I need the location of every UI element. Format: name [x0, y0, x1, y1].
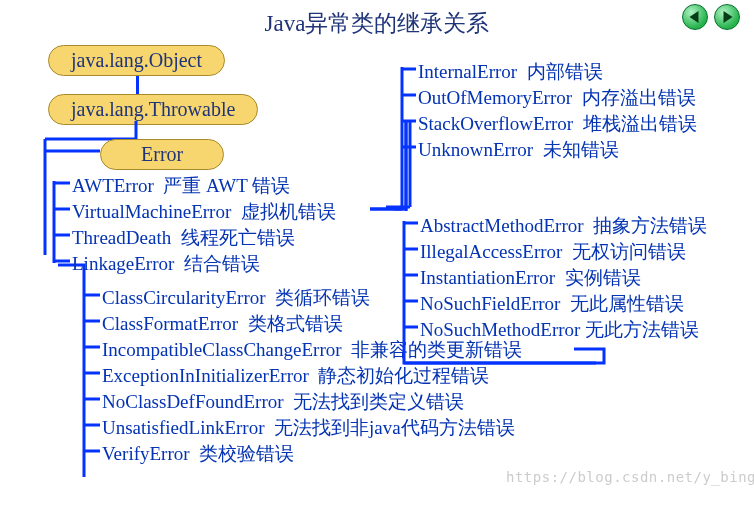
- nav-controls: [682, 4, 740, 30]
- node-nosuchmethoderror: NoSuchMethodError 无此方法错误: [420, 317, 699, 343]
- rightb-group: AbstractMethodError 抽象方法错误 IllegalAccess…: [396, 213, 754, 383]
- righta-group: InternalError 内部错误 OutOfMemoryError 内存溢出…: [394, 59, 754, 179]
- node-verifyerror: VerifyError 类校验错误: [102, 441, 294, 467]
- node-abstractmethoderror: AbstractMethodError 抽象方法错误: [420, 213, 707, 239]
- page-title: Java异常类的继承关系: [14, 8, 740, 39]
- node-linkageerror: LinkageError 结合错误: [72, 251, 260, 277]
- node-nosuchfielderror: NoSuchFieldError 无此属性错误: [420, 291, 684, 317]
- node-stackoverflowerror: StackOverflowError 堆栈溢出错误: [418, 111, 697, 137]
- node-unsatisfiedlinkerror: UnsatisfiedLinkError 无法找到非java代码方法错误: [102, 415, 515, 441]
- connector: [136, 76, 139, 94]
- node-unknownerror: UnknownError 未知错误: [418, 137, 619, 163]
- node-noclassdeffounderror: NoClassDefFoundError 无法找到类定义错误: [102, 389, 464, 415]
- next-icon[interactable]: [714, 4, 740, 30]
- prev-icon[interactable]: [682, 4, 708, 30]
- node-threaddeath: ThreadDeath 线程死亡错误: [72, 225, 295, 251]
- node-error: Error: [100, 139, 224, 170]
- node-outofmemoryerror: OutOfMemoryError 内存溢出错误: [418, 85, 696, 111]
- node-virtualmachineerror: VirtualMachineError 虚拟机错误: [72, 199, 336, 225]
- node-classformaterror: ClassFormatError 类格式错误: [102, 311, 343, 337]
- node-awterror: AWTError 严重 AWT 错误: [72, 173, 290, 199]
- node-instantiationerror: InstantiationError 实例错误: [420, 265, 641, 291]
- diagram-stage: Error AWTError 严重 AWT 错误 VirtualMachineE…: [14, 121, 754, 491]
- node-internalerror: InternalError 内部错误: [418, 59, 603, 85]
- watermark: https://blog.csdn.net/y_bing: [506, 469, 754, 485]
- node-illegalaccesserror: IllegalAccessError 无权访问错误: [420, 239, 686, 265]
- node-classcircularityerror: ClassCircularityError 类循环错误: [102, 285, 370, 311]
- node-object: java.lang.Object: [48, 45, 225, 76]
